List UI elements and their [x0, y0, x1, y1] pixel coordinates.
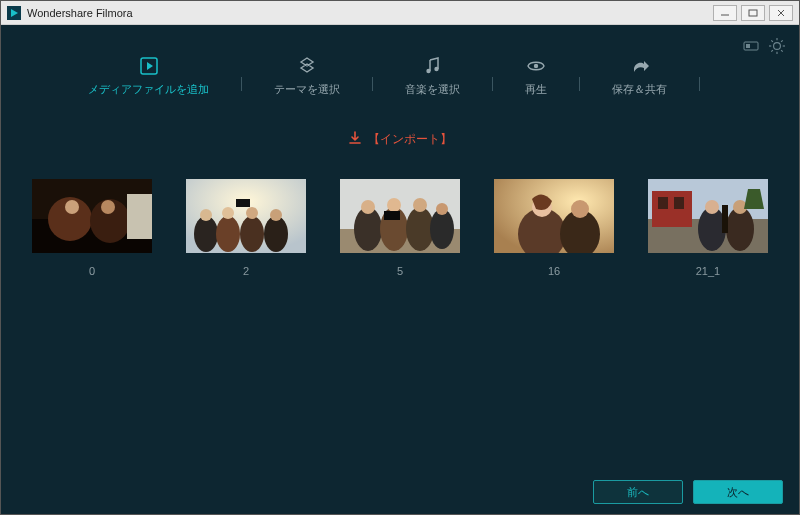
thumbnail-label: 2	[243, 265, 249, 277]
eye-icon	[526, 56, 546, 76]
svg-point-31	[194, 216, 218, 252]
maximize-button[interactable]	[741, 5, 765, 21]
svg-point-32	[216, 216, 240, 252]
svg-point-44	[406, 207, 434, 251]
media-thumbnail[interactable]: 21_1	[648, 179, 768, 277]
close-button[interactable]	[769, 5, 793, 21]
step-separator	[699, 77, 700, 91]
svg-point-47	[387, 198, 401, 212]
theme-icon	[297, 56, 317, 76]
aspect-ratio-icon[interactable]	[743, 39, 759, 53]
header-right-controls	[743, 39, 785, 53]
step-add-media[interactable]: メディアファイルを追加	[78, 56, 219, 97]
window-controls	[713, 5, 793, 21]
svg-point-7	[774, 43, 781, 50]
svg-rect-29	[127, 194, 152, 239]
svg-point-37	[246, 207, 258, 219]
svg-point-38	[270, 209, 282, 221]
thumbnail-image	[648, 179, 768, 253]
media-icon	[139, 56, 159, 76]
svg-rect-60	[674, 197, 684, 209]
svg-point-49	[436, 203, 448, 215]
svg-rect-39	[236, 199, 250, 207]
import-row: 【インポート】	[1, 131, 799, 149]
svg-point-46	[361, 200, 375, 214]
footer-nav: 前へ 次へ	[593, 480, 783, 504]
svg-rect-59	[658, 197, 668, 209]
thumbnail-image	[32, 179, 152, 253]
thumbnail-label: 21_1	[696, 265, 720, 277]
next-button[interactable]: 次へ	[693, 480, 783, 504]
thumbnail-image	[340, 179, 460, 253]
thumbnail-label: 16	[548, 265, 560, 277]
step-separator	[241, 77, 242, 91]
svg-point-36	[222, 207, 234, 219]
svg-marker-17	[147, 62, 153, 70]
svg-point-55	[571, 200, 589, 218]
step-playback[interactable]: 再生	[515, 56, 557, 97]
svg-point-63	[705, 200, 719, 214]
media-thumbnail[interactable]: 5	[340, 179, 460, 277]
svg-rect-6	[746, 44, 750, 48]
media-thumbnail[interactable]: 0	[32, 179, 152, 277]
prev-button[interactable]: 前へ	[593, 480, 683, 504]
minimize-button[interactable]	[713, 5, 737, 21]
app-area: メディアファイルを追加 テーマを選択 音楽を選択 再生	[1, 25, 799, 514]
svg-line-14	[781, 40, 783, 42]
thumbnail-image	[494, 179, 614, 253]
app-logo-icon	[7, 6, 21, 20]
svg-line-15	[771, 50, 773, 52]
import-label: 【インポート】	[368, 131, 452, 148]
svg-point-35	[200, 209, 212, 221]
thumbnail-image	[186, 179, 306, 253]
svg-point-28	[101, 200, 115, 214]
svg-line-12	[771, 40, 773, 42]
import-link[interactable]: 【インポート】	[348, 131, 452, 148]
svg-rect-65	[722, 205, 728, 233]
thumbnail-label: 0	[89, 265, 95, 277]
titlebar: Wondershare Filmora	[1, 1, 799, 25]
step-nav: メディアファイルを追加 テーマを選択 音楽を選択 再生	[1, 25, 799, 97]
download-icon	[348, 131, 362, 148]
step-label: 再生	[525, 82, 547, 97]
svg-point-19	[434, 67, 438, 71]
window-title: Wondershare Filmora	[27, 7, 713, 19]
step-label: 保存＆共有	[612, 82, 667, 97]
step-save-share[interactable]: 保存＆共有	[602, 56, 677, 97]
brightness-icon[interactable]	[769, 39, 785, 53]
svg-point-21	[534, 64, 538, 68]
svg-marker-0	[11, 9, 18, 17]
step-separator	[579, 77, 580, 91]
step-label: 音楽を選択	[405, 82, 460, 97]
step-separator	[492, 77, 493, 91]
media-thumbnail[interactable]: 16	[494, 179, 614, 277]
media-thumbnail[interactable]: 2	[186, 179, 306, 277]
svg-point-48	[413, 198, 427, 212]
step-select-theme[interactable]: テーマを選択	[264, 56, 350, 97]
music-icon	[423, 56, 443, 76]
svg-line-13	[781, 50, 783, 52]
thumbnail-grid: 0 2	[1, 179, 799, 277]
svg-rect-2	[749, 10, 757, 16]
step-label: テーマを選択	[274, 82, 340, 97]
step-label: メディアファイルを追加	[88, 82, 209, 97]
svg-point-27	[65, 200, 79, 214]
share-icon	[630, 56, 650, 76]
step-separator	[372, 77, 373, 91]
svg-point-33	[240, 216, 264, 252]
svg-point-34	[264, 216, 288, 252]
step-select-music[interactable]: 音楽を選択	[395, 56, 470, 97]
svg-rect-50	[384, 211, 400, 220]
thumbnail-label: 5	[397, 265, 403, 277]
